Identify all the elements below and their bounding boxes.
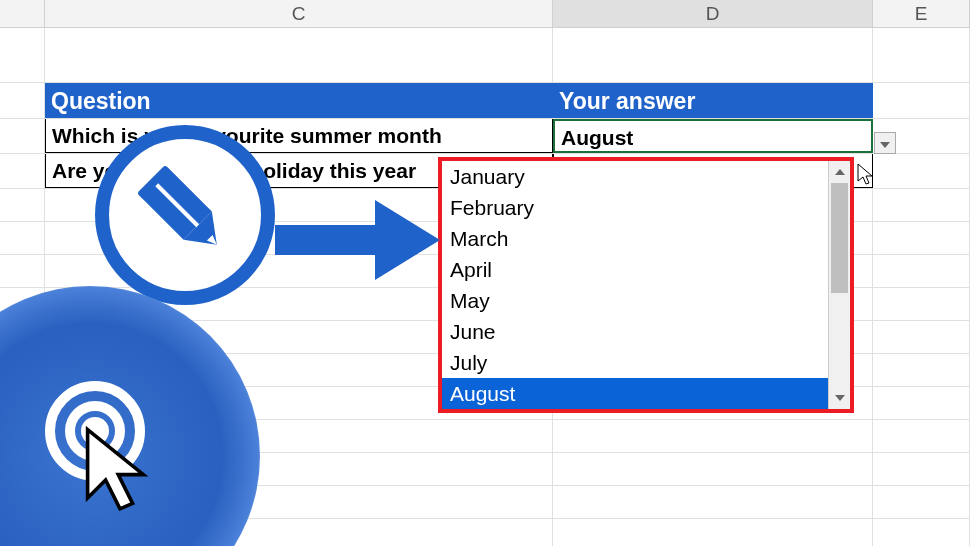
empty-cell[interactable] xyxy=(873,28,970,83)
header-question[interactable]: Question xyxy=(45,83,553,118)
dropdown-toggle-button[interactable] xyxy=(874,132,896,154)
empty-cell[interactable] xyxy=(45,28,553,83)
chevron-down-icon xyxy=(880,134,890,152)
dropdown-items: January February March April May June Ju… xyxy=(442,161,828,409)
header-answer[interactable]: Your answer xyxy=(553,83,873,118)
empty-cell[interactable] xyxy=(873,83,970,118)
cell-stub xyxy=(0,28,45,83)
cell-stub xyxy=(0,154,45,188)
dropdown-item[interactable]: January xyxy=(442,161,828,192)
scroll-up-icon[interactable] xyxy=(829,161,850,183)
dropdown-item[interactable]: May xyxy=(442,285,828,316)
column-header-c[interactable]: C xyxy=(45,0,553,27)
empty-cell[interactable] xyxy=(873,154,970,188)
pencil-icon xyxy=(135,163,235,267)
column-header-d[interactable]: D xyxy=(553,0,873,27)
cell-stub xyxy=(0,119,45,153)
target-icon xyxy=(35,381,155,501)
column-header-row: C D E xyxy=(0,0,970,28)
dropdown-item[interactable]: March xyxy=(442,223,828,254)
scroll-down-icon[interactable] xyxy=(829,387,850,409)
dropdown-item[interactable]: February xyxy=(442,192,828,223)
dropdown-item[interactable]: July xyxy=(442,347,828,378)
empty-cell[interactable] xyxy=(553,28,873,83)
scroll-thumb[interactable] xyxy=(831,183,848,293)
dropdown-item[interactable]: June xyxy=(442,316,828,347)
dropdown-item-selected[interactable]: August xyxy=(442,378,828,409)
cursor-icon xyxy=(80,426,160,516)
edit-badge xyxy=(95,125,275,305)
table-header-row: Question Your answer xyxy=(0,83,970,119)
dropdown-list: January February March April May June Ju… xyxy=(438,157,854,413)
arrow-icon xyxy=(275,195,445,289)
answer-cell-selected[interactable]: August xyxy=(553,119,873,153)
cell-stub xyxy=(0,83,45,118)
mouse-cursor-icon xyxy=(857,163,875,189)
dropdown-item[interactable]: April xyxy=(442,254,828,285)
scrollbar[interactable] xyxy=(828,161,850,409)
blank-row xyxy=(0,28,970,83)
column-header-e[interactable]: E xyxy=(873,0,970,27)
col-header-stub xyxy=(0,0,45,27)
